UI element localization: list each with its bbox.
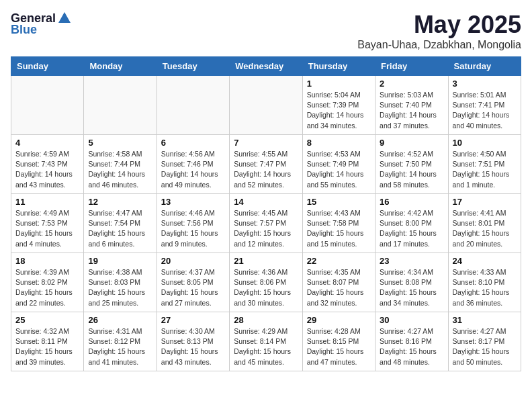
- calendar-cell: 31Sunrise: 4:27 AM Sunset: 8:17 PM Dayli…: [448, 312, 521, 371]
- calendar-cell: 2Sunrise: 5:03 AM Sunset: 7:40 PM Daylig…: [375, 76, 448, 135]
- day-number: 31: [453, 315, 517, 325]
- day-info: Sunrise: 4:36 AM Sunset: 8:06 PM Dayligh…: [234, 267, 298, 308]
- calendar-cell: 28Sunrise: 4:29 AM Sunset: 8:14 PM Dayli…: [230, 312, 302, 371]
- day-info: Sunrise: 4:37 AM Sunset: 8:05 PM Dayligh…: [161, 267, 225, 308]
- week-row-5: 25Sunrise: 4:32 AM Sunset: 8:11 PM Dayli…: [11, 312, 521, 371]
- weekday-header-friday: Friday: [375, 57, 448, 76]
- calendar-cell: 20Sunrise: 4:37 AM Sunset: 8:05 PM Dayli…: [157, 253, 229, 312]
- day-number: 20: [161, 256, 225, 266]
- day-number: 15: [307, 197, 371, 207]
- week-row-1: 1Sunrise: 5:04 AM Sunset: 7:39 PM Daylig…: [11, 76, 521, 135]
- calendar-cell: 17Sunrise: 4:41 AM Sunset: 8:01 PM Dayli…: [448, 194, 521, 253]
- day-number: 28: [234, 315, 298, 325]
- weekday-header-tuesday: Tuesday: [157, 57, 229, 76]
- day-info: Sunrise: 4:41 AM Sunset: 8:01 PM Dayligh…: [453, 208, 517, 249]
- calendar-cell: [230, 76, 302, 135]
- day-number: 4: [15, 138, 79, 148]
- day-number: 30: [380, 315, 443, 325]
- calendar-cell: 12Sunrise: 4:47 AM Sunset: 7:54 PM Dayli…: [84, 194, 157, 253]
- calendar-cell: 5Sunrise: 4:58 AM Sunset: 7:44 PM Daylig…: [84, 135, 157, 194]
- logo: General Blue: [11, 11, 72, 37]
- location-title: Bayan-Uhaa, Dzabkhan, Mongolia: [357, 39, 521, 51]
- calendar-cell: 25Sunrise: 4:32 AM Sunset: 8:11 PM Dayli…: [11, 312, 84, 371]
- weekday-header-wednesday: Wednesday: [230, 57, 302, 76]
- calendar-cell: 18Sunrise: 4:39 AM Sunset: 8:02 PM Dayli…: [11, 253, 84, 312]
- day-number: 18: [15, 256, 79, 266]
- calendar-cell: 22Sunrise: 4:35 AM Sunset: 8:07 PM Dayli…: [302, 253, 375, 312]
- calendar-cell: 30Sunrise: 4:27 AM Sunset: 8:16 PM Dayli…: [375, 312, 448, 371]
- day-info: Sunrise: 4:30 AM Sunset: 8:13 PM Dayligh…: [161, 326, 225, 367]
- calendar-cell: 29Sunrise: 4:28 AM Sunset: 8:15 PM Dayli…: [302, 312, 375, 371]
- day-info: Sunrise: 4:50 AM Sunset: 7:51 PM Dayligh…: [453, 149, 517, 190]
- day-info: Sunrise: 4:31 AM Sunset: 8:12 PM Dayligh…: [88, 326, 152, 367]
- day-number: 17: [453, 197, 517, 207]
- day-info: Sunrise: 4:39 AM Sunset: 8:02 PM Dayligh…: [15, 267, 79, 308]
- calendar-cell: 21Sunrise: 4:36 AM Sunset: 8:06 PM Dayli…: [230, 253, 302, 312]
- day-number: 21: [234, 256, 298, 266]
- day-info: Sunrise: 5:01 AM Sunset: 7:41 PM Dayligh…: [453, 90, 517, 131]
- day-number: 26: [88, 315, 152, 325]
- day-info: Sunrise: 4:29 AM Sunset: 8:14 PM Dayligh…: [234, 326, 298, 367]
- day-number: 7: [234, 138, 298, 148]
- day-info: Sunrise: 4:35 AM Sunset: 8:07 PM Dayligh…: [307, 267, 371, 308]
- day-number: 29: [307, 315, 371, 325]
- day-number: 27: [161, 315, 225, 325]
- day-info: Sunrise: 4:52 AM Sunset: 7:50 PM Dayligh…: [380, 149, 443, 190]
- month-title: May 2025: [357, 11, 521, 39]
- day-number: 14: [234, 197, 298, 207]
- calendar-cell: 4Sunrise: 4:59 AM Sunset: 7:43 PM Daylig…: [11, 135, 84, 194]
- day-info: Sunrise: 4:34 AM Sunset: 8:08 PM Dayligh…: [380, 267, 443, 308]
- calendar-cell: 27Sunrise: 4:30 AM Sunset: 8:13 PM Dayli…: [157, 312, 229, 371]
- day-number: 11: [15, 197, 79, 207]
- title-area: May 2025 Bayan-Uhaa, Dzabkhan, Mongolia: [357, 11, 521, 51]
- svg-marker-0: [58, 12, 71, 23]
- day-info: Sunrise: 4:47 AM Sunset: 7:54 PM Dayligh…: [88, 208, 152, 249]
- day-number: 16: [380, 197, 443, 207]
- day-info: Sunrise: 4:55 AM Sunset: 7:47 PM Dayligh…: [234, 149, 298, 190]
- calendar-cell: 15Sunrise: 4:43 AM Sunset: 7:58 PM Dayli…: [302, 194, 375, 253]
- day-number: 10: [453, 138, 517, 148]
- calendar-cell: 9Sunrise: 4:52 AM Sunset: 7:50 PM Daylig…: [375, 135, 448, 194]
- day-number: 19: [88, 256, 152, 266]
- calendar-cell: 11Sunrise: 4:49 AM Sunset: 7:53 PM Dayli…: [11, 194, 84, 253]
- weekday-header-saturday: Saturday: [448, 57, 521, 76]
- calendar-cell: [157, 76, 229, 135]
- weekday-header-sunday: Sunday: [11, 57, 84, 76]
- calendar-cell: 24Sunrise: 4:33 AM Sunset: 8:10 PM Dayli…: [448, 253, 521, 312]
- day-number: 3: [453, 79, 517, 89]
- day-info: Sunrise: 4:32 AM Sunset: 8:11 PM Dayligh…: [15, 326, 79, 367]
- week-row-3: 11Sunrise: 4:49 AM Sunset: 7:53 PM Dayli…: [11, 194, 521, 253]
- day-number: 25: [15, 315, 79, 325]
- day-number: 9: [380, 138, 443, 148]
- day-number: 12: [88, 197, 152, 207]
- calendar-cell: 23Sunrise: 4:34 AM Sunset: 8:08 PM Dayli…: [375, 253, 448, 312]
- day-info: Sunrise: 4:27 AM Sunset: 8:16 PM Dayligh…: [380, 326, 443, 367]
- day-number: 23: [380, 256, 443, 266]
- calendar-cell: 1Sunrise: 5:04 AM Sunset: 7:39 PM Daylig…: [302, 76, 375, 135]
- calendar-cell: 19Sunrise: 4:38 AM Sunset: 8:03 PM Dayli…: [84, 253, 157, 312]
- day-info: Sunrise: 4:58 AM Sunset: 7:44 PM Dayligh…: [88, 149, 152, 190]
- calendar-cell: 3Sunrise: 5:01 AM Sunset: 7:41 PM Daylig…: [448, 76, 521, 135]
- day-info: Sunrise: 4:42 AM Sunset: 8:00 PM Dayligh…: [380, 208, 443, 249]
- day-number: 22: [307, 256, 371, 266]
- day-info: Sunrise: 4:59 AM Sunset: 7:43 PM Dayligh…: [15, 149, 79, 190]
- day-number: 24: [453, 256, 517, 266]
- weekday-header-row: SundayMondayTuesdayWednesdayThursdayFrid…: [11, 57, 521, 76]
- week-row-4: 18Sunrise: 4:39 AM Sunset: 8:02 PM Dayli…: [11, 253, 521, 312]
- weekday-header-thursday: Thursday: [302, 57, 375, 76]
- calendar-cell: 8Sunrise: 4:53 AM Sunset: 7:49 PM Daylig…: [302, 135, 375, 194]
- day-info: Sunrise: 5:04 AM Sunset: 7:39 PM Dayligh…: [307, 90, 371, 131]
- calendar-cell: 14Sunrise: 4:45 AM Sunset: 7:57 PM Dayli…: [230, 194, 302, 253]
- day-info: Sunrise: 4:45 AM Sunset: 7:57 PM Dayligh…: [234, 208, 298, 249]
- calendar-cell: 10Sunrise: 4:50 AM Sunset: 7:51 PM Dayli…: [448, 135, 521, 194]
- day-info: Sunrise: 4:53 AM Sunset: 7:49 PM Dayligh…: [307, 149, 371, 190]
- day-number: 5: [88, 138, 152, 148]
- calendar-cell: 6Sunrise: 4:56 AM Sunset: 7:46 PM Daylig…: [157, 135, 229, 194]
- day-number: 13: [161, 197, 225, 207]
- day-info: Sunrise: 4:27 AM Sunset: 8:17 PM Dayligh…: [453, 326, 517, 367]
- day-info: Sunrise: 5:03 AM Sunset: 7:40 PM Dayligh…: [380, 90, 443, 131]
- weekday-header-monday: Monday: [84, 57, 157, 76]
- day-number: 8: [307, 138, 371, 148]
- calendar-cell: [84, 76, 157, 135]
- calendar-cell: 16Sunrise: 4:42 AM Sunset: 8:00 PM Dayli…: [375, 194, 448, 253]
